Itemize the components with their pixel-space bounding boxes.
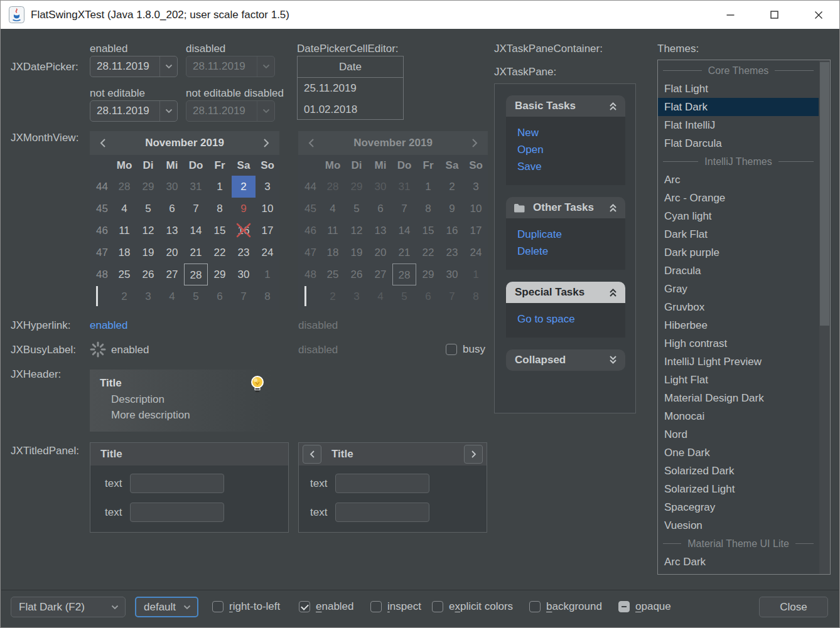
calendar-day[interactable]: 29 xyxy=(208,263,232,285)
checkbox-busy[interactable]: busy xyxy=(446,341,485,358)
theme-item[interactable]: One Dark xyxy=(658,444,819,462)
calendar-day[interactable]: 8 xyxy=(208,198,232,220)
calendar-day[interactable]: 7 xyxy=(184,198,208,220)
calendar-day[interactable]: 10 xyxy=(256,198,279,220)
theme-item[interactable]: Monocai xyxy=(658,407,819,425)
scrollbar[interactable] xyxy=(819,60,830,574)
calendar-day[interactable]: 25 xyxy=(112,263,136,285)
calendar-day[interactable]: 17 xyxy=(256,220,279,242)
task-link[interactable]: New xyxy=(517,124,625,141)
theme-item[interactable]: Nord xyxy=(658,425,819,444)
calendar-day[interactable]: 12 xyxy=(136,220,160,242)
calendar-day[interactable]: 22 xyxy=(208,242,232,263)
table-row[interactable]: 25.11.2019 xyxy=(298,78,403,99)
datepicker-value[interactable]: 28.11.2019 xyxy=(90,56,159,77)
calendar-day[interactable]: 1 xyxy=(208,176,232,198)
close-button[interactable]: Close xyxy=(759,597,828,617)
hyperlink-enabled[interactable]: enabled xyxy=(90,319,128,333)
calendar-day[interactable]: 27 xyxy=(160,263,184,285)
theme-item[interactable]: Solarized Light xyxy=(658,480,819,498)
calendar-day[interactable]: 26 xyxy=(136,263,160,285)
theme-item[interactable]: High contrast xyxy=(658,334,819,353)
checkbox-box[interactable] xyxy=(370,601,382,612)
checkbox-background[interactable]: background xyxy=(529,598,602,615)
minimize-button[interactable] xyxy=(716,1,745,29)
text-field[interactable] xyxy=(130,503,224,522)
prev-month-button[interactable] xyxy=(90,138,116,148)
calendar-day[interactable]: 16 xyxy=(232,220,256,242)
themes-list[interactable]: Core ThemesFlat LightFlat DarkFlat Intel… xyxy=(657,60,831,575)
collapse-chevron-icon[interactable] xyxy=(608,287,618,297)
checkbox-inspect[interactable]: inspect xyxy=(370,598,421,615)
calendar-day[interactable]: 30 xyxy=(232,263,256,285)
theme-item[interactable]: Solarized Dark xyxy=(658,462,819,480)
calendar-day[interactable]: 11 xyxy=(112,220,136,242)
next-month-button[interactable] xyxy=(253,138,279,148)
calendar-day[interactable]: 7 xyxy=(232,285,256,307)
calendar-day[interactable]: 23 xyxy=(232,242,256,263)
task-link[interactable]: Duplicate xyxy=(517,226,625,243)
calendar-day[interactable]: 24 xyxy=(256,242,279,263)
datepicker-enabled[interactable]: 28.11.2019 xyxy=(90,56,178,77)
close-window-button[interactable] xyxy=(804,1,833,29)
calendar-day[interactable]: 1 xyxy=(256,263,279,285)
maximize-button[interactable] xyxy=(760,1,789,29)
table-row[interactable]: 01.02.2018 xyxy=(298,99,403,120)
calendar-day[interactable]: 2 xyxy=(112,285,136,307)
checkbox-box[interactable] xyxy=(618,601,630,612)
calendar-day[interactable]: 31 xyxy=(184,176,208,198)
chevron-left-button[interactable] xyxy=(303,445,321,464)
checkbox-box[interactable] xyxy=(299,601,310,612)
task-link[interactable]: Delete xyxy=(517,243,625,260)
theme-item[interactable]: Flat IntelliJ xyxy=(658,116,819,134)
checkbox-box[interactable] xyxy=(432,601,443,612)
calendar-day[interactable]: 13 xyxy=(160,220,184,242)
taskpane-header[interactable]: Special Tasks xyxy=(506,282,625,303)
theme-item[interactable]: IntelliJ Light Preview xyxy=(658,353,819,371)
theme-item[interactable]: Vuesion xyxy=(658,516,819,535)
datepicker-not-editable[interactable]: 28.11.2019 xyxy=(90,100,178,122)
calendar-day[interactable]: 5 xyxy=(184,285,208,307)
theme-item[interactable]: Light Flat xyxy=(658,371,819,389)
collapse-chevron-icon[interactable] xyxy=(608,101,618,111)
text-field[interactable] xyxy=(335,474,429,493)
calendar-day[interactable]: 2 xyxy=(232,176,256,198)
font-combobox[interactable]: default xyxy=(135,597,198,617)
calendar-day[interactable]: 28 xyxy=(112,176,136,198)
checkbox-enabled[interactable]: enabled xyxy=(299,598,354,615)
text-field[interactable] xyxy=(130,474,224,493)
calendar-day[interactable]: 29 xyxy=(136,176,160,198)
calendar-day[interactable]: 28 xyxy=(184,263,208,285)
calendar-day[interactable]: 6 xyxy=(160,198,184,220)
checkbox-box[interactable] xyxy=(446,344,457,355)
theme-item[interactable]: Flat Light xyxy=(658,80,819,98)
checkbox-explicit-colors[interactable]: explicit colors xyxy=(432,598,513,615)
theme-item[interactable]: Flat Darcula xyxy=(658,134,819,152)
calendar-day[interactable]: 6 xyxy=(208,285,232,307)
chevron-right-button[interactable] xyxy=(464,445,483,464)
taskpane-header[interactable]: Basic Tasks xyxy=(506,95,625,117)
calendar-day[interactable]: 20 xyxy=(160,242,184,263)
checkbox-right-to-left[interactable]: right-to-left xyxy=(212,598,280,615)
calendar-day[interactable]: 30 xyxy=(160,176,184,198)
task-link[interactable]: Open xyxy=(517,141,625,158)
theme-item[interactable]: Arc xyxy=(658,171,819,189)
theme-item[interactable]: Hiberbee xyxy=(658,316,819,334)
theme-item[interactable]: Arc Dark xyxy=(658,553,819,571)
checkbox-box[interactable] xyxy=(529,601,541,612)
datepicker-value[interactable]: 28.11.2019 xyxy=(90,101,159,121)
task-link[interactable]: Save xyxy=(517,158,625,175)
theme-item[interactable]: Flat Dark xyxy=(658,98,819,116)
calendar-day[interactable]: 14 xyxy=(184,220,208,242)
monthview-enabled[interactable]: November 2019MoDiMiDoFrSaSo4428293031123… xyxy=(90,131,279,310)
checkbox-box[interactable] xyxy=(212,601,223,612)
calendar-day[interactable]: 4 xyxy=(112,198,136,220)
theme-item[interactable]: Dracula xyxy=(658,262,819,280)
collapse-chevron-icon[interactable] xyxy=(608,203,618,213)
task-link[interactable]: Go to space xyxy=(517,311,625,327)
calendar-day[interactable]: 3 xyxy=(256,176,279,198)
chevron-down-icon[interactable] xyxy=(159,56,177,77)
theme-item[interactable]: Arc Dark Contrast xyxy=(658,571,819,575)
calendar-day[interactable]: 19 xyxy=(136,242,160,263)
calendar-day[interactable]: 5 xyxy=(136,198,160,220)
